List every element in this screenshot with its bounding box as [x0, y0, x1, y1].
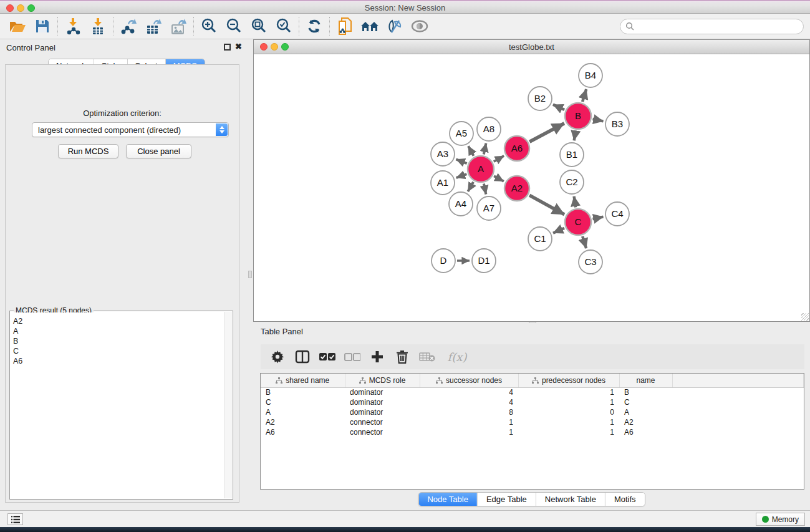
graph-edge-B-B1[interactable] — [574, 131, 576, 141]
graph-edge-A6-B[interactable] — [529, 123, 564, 142]
mcds-result-item[interactable]: B — [13, 336, 223, 346]
table-cell[interactable]: 8 — [420, 407, 518, 417]
table-cell[interactable]: dominator — [345, 387, 420, 397]
col-header-mcds-role[interactable]: MCDS role — [345, 374, 420, 387]
scrollbar[interactable] — [224, 312, 232, 498]
run-mcds-button[interactable]: Run MCDS — [58, 144, 118, 158]
table-cell[interactable]: dominator — [345, 397, 420, 407]
table-cell[interactable]: A — [619, 407, 672, 417]
graph-edge-A2-C[interactable] — [529, 195, 564, 215]
tab-node-table[interactable]: Node Table — [418, 493, 477, 506]
tab-motifs[interactable]: Motifs — [605, 493, 645, 506]
save-session-button[interactable] — [30, 16, 55, 37]
col-header-name[interactable]: name — [619, 374, 672, 387]
table-cell[interactable]: C — [619, 397, 672, 407]
graph-edge-A-A6[interactable] — [494, 156, 504, 162]
search-input[interactable] — [620, 19, 804, 34]
table-cell[interactable]: 1 — [518, 397, 619, 407]
open-session-button[interactable] — [5, 16, 30, 37]
table-cell[interactable]: connector — [345, 427, 420, 437]
table-cell[interactable]: B — [619, 387, 672, 397]
show-panel-list-button[interactable] — [7, 513, 23, 525]
deselect-all-button[interactable] — [343, 347, 362, 366]
optimization-criterion-dropdown[interactable]: largest connected component (directed) — [32, 122, 229, 137]
graph-edge-B-B4[interactable] — [582, 89, 586, 102]
zoom-fit-button[interactable] — [246, 16, 271, 37]
network-from-selection-button[interactable] — [332, 16, 357, 37]
table-row[interactable]: Bdominator41B — [261, 387, 804, 397]
table-cell[interactable]: dominator — [345, 407, 420, 417]
export-image-button[interactable] — [166, 16, 191, 37]
tab-edge-table[interactable]: Edge Table — [477, 493, 536, 506]
table-cell[interactable]: A — [261, 407, 345, 417]
graph-edge-C-C2[interactable] — [574, 196, 576, 208]
network-canvas[interactable]: B4B2BB3A8A5A6B1A3AC2A1A2A4A7C4CC1C3DD1 — [254, 54, 809, 321]
graph-edge-A-A7[interactable] — [484, 184, 486, 195]
graph-edge-C-C3[interactable] — [582, 236, 586, 248]
table-cell[interactable]: A6 — [261, 427, 345, 437]
show-hide-graphics-button[interactable] — [407, 16, 432, 37]
export-network-button[interactable] — [116, 16, 141, 37]
mcds-result-item[interactable]: C — [13, 346, 223, 356]
resize-grip-icon[interactable] — [801, 313, 809, 321]
function-builder-button[interactable]: f(x) — [443, 347, 471, 366]
col-header-successor-nodes[interactable]: successor nodes — [420, 374, 518, 387]
graph-node-label-C4: C4 — [611, 208, 623, 219]
table-cell[interactable]: A2 — [261, 417, 345, 427]
home-layout-button[interactable] — [357, 16, 382, 37]
graph-edge-C-C1[interactable] — [553, 228, 564, 233]
table-cell[interactable]: 1 — [518, 417, 619, 427]
table-cell[interactable]: 4 — [420, 387, 518, 397]
close-panel-icon[interactable]: ✖ — [235, 42, 242, 51]
table-cell[interactable]: 1 — [420, 417, 518, 427]
import-table-button[interactable] — [85, 16, 110, 37]
graph-edge-B-B2[interactable] — [553, 105, 564, 110]
column-settings-button[interactable] — [268, 347, 287, 366]
tab-network-table[interactable]: Network Table — [536, 493, 605, 506]
table-cell[interactable]: A6 — [619, 427, 672, 437]
graph-edge-A-A5[interactable] — [468, 146, 474, 156]
table-cell[interactable]: C — [261, 397, 345, 407]
delete-table-button[interactable] — [418, 347, 436, 366]
graph-edge-A-A8[interactable] — [484, 143, 486, 155]
delete-rows-button[interactable] — [393, 347, 412, 366]
graph-edge-A-A3[interactable] — [456, 159, 466, 163]
table-cell[interactable]: 1 — [518, 427, 619, 437]
graph-edge-A-A1[interactable] — [456, 174, 467, 178]
table-cell[interactable]: connector — [345, 417, 420, 427]
col-header-predecessor-nodes[interactable]: predecessor nodes — [518, 374, 619, 387]
table-cell[interactable]: 4 — [420, 397, 518, 407]
memory-button[interactable]: Memory — [756, 513, 805, 526]
add-row-button[interactable] — [368, 347, 387, 366]
table-row[interactable]: A2connector11A2 — [261, 417, 804, 427]
zoom-selected-button[interactable] — [271, 16, 296, 37]
hide-annotations-button[interactable] — [382, 16, 407, 37]
import-network-button[interactable] — [60, 16, 85, 37]
zoom-out-button[interactable] — [221, 16, 246, 37]
select-all-button[interactable] — [318, 347, 337, 366]
table-cell[interactable]: 1 — [518, 387, 619, 397]
graph-edge-A-A4[interactable] — [468, 182, 473, 191]
mcds-result-item[interactable]: A — [13, 326, 223, 336]
graph-edge-C-C4[interactable] — [593, 217, 604, 220]
float-panel-icon[interactable] — [224, 44, 231, 51]
split-table-button[interactable] — [293, 347, 312, 366]
network-window-titlebar[interactable]: testGlobe.txt — [254, 40, 809, 54]
table-row[interactable]: Adominator80A — [261, 407, 804, 417]
table-cell[interactable]: A2 — [619, 417, 672, 427]
mcds-result-item[interactable]: A2 — [13, 316, 223, 326]
close-panel-button[interactable]: Close panel — [126, 144, 191, 158]
table-cell[interactable]: 1 — [420, 427, 518, 437]
mcds-result-item[interactable]: A6 — [13, 356, 223, 366]
export-table-button[interactable] — [141, 16, 166, 37]
splitter-handle[interactable] — [248, 271, 252, 278]
col-header-shared-name[interactable]: shared name — [261, 374, 345, 387]
table-row[interactable]: Cdominator41C — [261, 397, 804, 407]
table-row[interactable]: A6connector11A6 — [261, 427, 804, 437]
refresh-view-button[interactable] — [302, 16, 327, 37]
graph-edge-A-A2[interactable] — [494, 176, 504, 181]
zoom-in-button[interactable] — [196, 16, 221, 37]
table-cell[interactable]: B — [261, 387, 345, 397]
table-cell[interactable]: 0 — [518, 407, 619, 417]
graph-edge-B-B3[interactable] — [593, 119, 604, 122]
